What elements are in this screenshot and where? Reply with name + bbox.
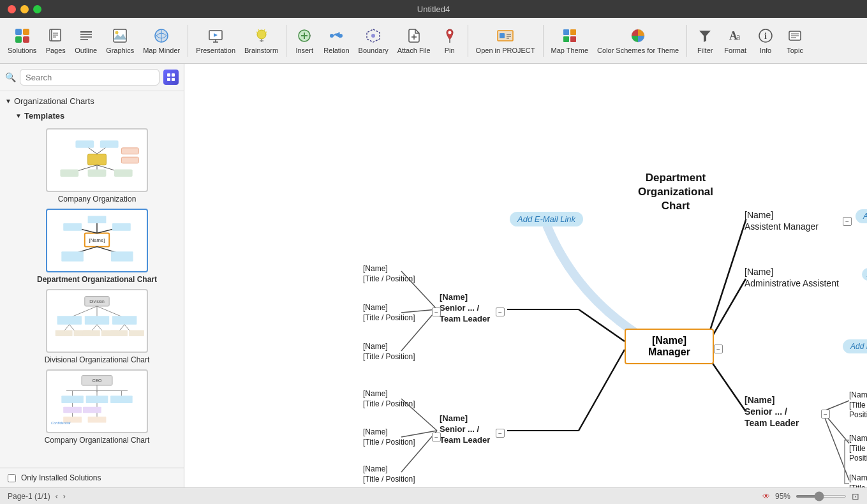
toolbar: Solutions Pages Outline xyxy=(0,18,867,64)
template-thumb-company-org xyxy=(46,128,148,192)
senior2-collapse-btn[interactable]: − xyxy=(496,429,505,438)
email-bubble-asst[interactable]: Add E-Mail Link xyxy=(856,209,867,223)
only-installed-bar: Only Installed Solutions xyxy=(0,468,184,487)
toolbar-brainstorm[interactable]: Brainstorm xyxy=(241,24,282,57)
templates-header[interactable]: ▼ Templates xyxy=(10,108,184,123)
svg-rect-3 xyxy=(23,36,29,43)
svg-text:i: i xyxy=(764,31,767,41)
svg-rect-2 xyxy=(15,36,22,43)
mapminder-icon xyxy=(152,27,170,45)
svg-rect-74 xyxy=(88,169,107,177)
admin-asst-node: [Name]Administrative Assistent xyxy=(745,266,839,289)
zoom-fit-icon[interactable]: ⊡ xyxy=(852,491,859,501)
svg-rect-75 xyxy=(114,169,133,177)
minimize-button[interactable] xyxy=(20,5,29,13)
toolbar-colorschemes[interactable]: Color Schemes for Theme xyxy=(593,24,683,57)
zoom-slider[interactable] xyxy=(796,495,847,498)
nav-next[interactable]: › xyxy=(63,492,66,501)
s1-sub2-collapse[interactable]: − xyxy=(432,308,441,316)
template-item-divisional-org[interactable]: Division xyxy=(15,289,179,364)
email-bubble-admin[interactable]: A ▢ E-Mail Link xyxy=(862,268,867,281)
insert-label: Insert xyxy=(295,47,313,54)
template-item-department-org[interactable]: [Name] xyxy=(15,209,179,284)
center-collapse-btn[interactable]: − xyxy=(714,345,723,353)
asst-collapse-btn[interactable]: − xyxy=(843,217,852,226)
topic-label: Topic xyxy=(787,47,803,54)
toolbar-attachfile[interactable]: Attach File xyxy=(394,24,434,57)
toolbar-mapminder[interactable]: Map Minder xyxy=(139,24,184,57)
svg-rect-1 xyxy=(23,29,29,35)
center-node[interactable]: [Name]Manager xyxy=(625,329,714,364)
graphics-label: Graphics xyxy=(106,47,134,54)
status-right: 👁 95% ⊡ xyxy=(762,491,859,501)
email-bubble-right[interactable]: Add E-Mail Link xyxy=(843,339,867,353)
toolbar-openinproject[interactable]: Open in PROJECT xyxy=(472,24,539,57)
section-organizational-charts[interactable]: ▼ Organizational Charts xyxy=(0,94,184,108)
svg-rect-85 xyxy=(63,223,82,231)
search-input[interactable] xyxy=(20,69,159,85)
toolbar-filter[interactable]: Filter xyxy=(691,24,719,57)
title-bar: Untitled4 xyxy=(0,0,867,18)
toolbar-solutions[interactable]: Solutions xyxy=(4,24,40,57)
filter-label: Filter xyxy=(697,47,713,54)
toolbar-presentation[interactable]: Presentation xyxy=(192,24,239,57)
toolbar-graphics[interactable]: Graphics xyxy=(102,24,138,57)
email-bubble-topleft[interactable]: Add E-Mail Link xyxy=(510,212,583,226)
svg-rect-87 xyxy=(112,223,131,231)
svg-rect-13 xyxy=(114,29,126,42)
info-label: Info xyxy=(760,47,771,54)
solutions-label: Solutions xyxy=(8,47,36,54)
svg-rect-97 xyxy=(112,316,137,324)
format-icon: A a xyxy=(727,27,745,45)
close-button[interactable] xyxy=(8,5,16,13)
divider-4 xyxy=(543,25,544,57)
s2-sub1: [Name][Title / Position] xyxy=(363,389,415,409)
senior1-collapse-btn[interactable]: − xyxy=(496,308,505,316)
svg-rect-88 xyxy=(61,251,84,261)
toolbar-outline[interactable]: Outline xyxy=(71,24,101,57)
sidebar: 🔍 ▼ Organizational Charts ▼ Templates xyxy=(0,64,184,487)
toolbar-insert[interactable]: Insert xyxy=(290,24,318,57)
toolbar-pin[interactable]: Pin xyxy=(436,24,464,57)
sidebar-content: ▼ Organizational Charts ▼ Templates xyxy=(0,91,184,468)
boundary-icon xyxy=(364,27,382,45)
svg-rect-77 xyxy=(121,157,138,163)
maximize-button[interactable] xyxy=(33,5,41,13)
template-label-company-org-chart: Company Organizational Chart xyxy=(45,436,150,445)
svg-rect-127 xyxy=(88,417,107,423)
s2-sub2-collapse[interactable]: − xyxy=(432,433,441,441)
templates-subsection: ▼ Templates xyxy=(0,108,184,450)
canvas-area[interactable]: [Name]Manager − DepartmentOrganizational… xyxy=(184,64,867,487)
search-bar: 🔍 xyxy=(0,64,184,91)
only-installed-checkbox[interactable] xyxy=(8,474,16,482)
openinproject-icon xyxy=(496,27,514,45)
toolbar-relation[interactable]: Relation xyxy=(320,24,353,57)
window-title: Untitled4 xyxy=(417,4,450,14)
toolbar-maptheme[interactable]: Map Theme xyxy=(547,24,593,57)
svg-line-29 xyxy=(265,32,267,33)
toolbar-boundary[interactable]: Boundary xyxy=(355,24,392,57)
svg-line-129 xyxy=(579,309,625,341)
template-label-divisional-org: Divisional Organizational Chart xyxy=(45,355,150,364)
toolbar-info[interactable]: i Info xyxy=(752,24,780,57)
toolbar-pages[interactable]: Pages xyxy=(41,24,70,57)
window-controls[interactable] xyxy=(8,5,41,13)
template-item-company-org[interactable]: Company Organization xyxy=(15,128,179,204)
senior2-node: [Name]Senior ... /Team Leader xyxy=(440,413,490,446)
brainstorm-label: Brainstorm xyxy=(244,47,278,54)
solutions-sidebar-icon[interactable] xyxy=(163,70,179,85)
section-label: Organizational Charts xyxy=(14,96,94,106)
toolbar-format[interactable]: A a Format xyxy=(720,24,750,57)
nav-prev[interactable]: ‹ xyxy=(56,492,58,501)
template-item-company-org-chart[interactable]: CEO xyxy=(15,369,179,445)
senior3-collapse-btn[interactable]: − xyxy=(821,410,830,419)
s1-sub3: [Name][Title / Position] xyxy=(363,342,415,362)
svg-rect-47 xyxy=(563,29,569,35)
svg-rect-117 xyxy=(61,396,84,403)
toolbar-topic[interactable]: Topic xyxy=(781,24,809,57)
svg-rect-96 xyxy=(85,316,109,324)
svg-rect-62 xyxy=(172,73,175,77)
svg-marker-52 xyxy=(699,31,711,42)
svg-rect-76 xyxy=(121,148,138,154)
svg-text:Confidential: Confidential xyxy=(51,421,71,425)
